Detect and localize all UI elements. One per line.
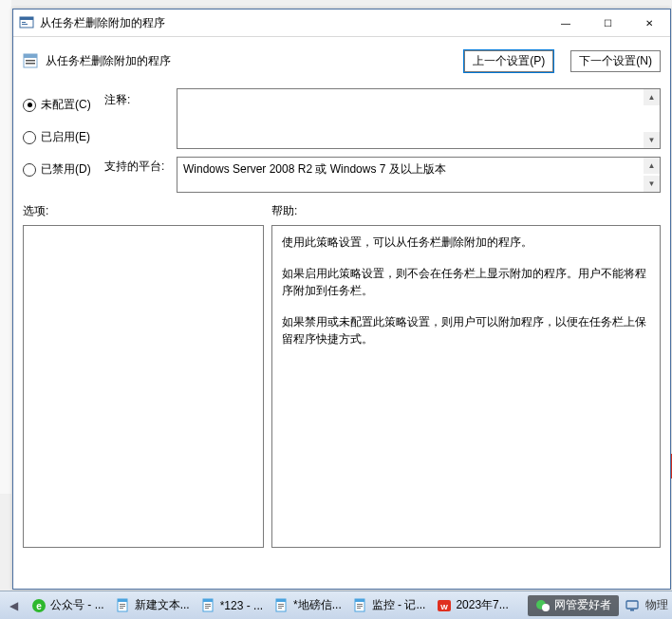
wechat-icon [535,598,551,613]
next-setting-button[interactable]: 下一个设置(N) [570,50,661,72]
taskbar-item-label: 监控 - 记... [372,597,426,613]
next-setting-label: 下一个设置(N) [579,53,652,69]
radio-icon [23,163,36,177]
svg-rect-34 [626,601,638,609]
policy-editor-window: 从任务栏删除附加的程序 — ☐ ✕ 从任务栏删除附加的程序 上一个设置(P) 下… [12,9,671,590]
notepad-icon [201,598,216,613]
radio-label: 已启用(E) [41,129,90,145]
svg-rect-23 [278,606,284,607]
svg-text:e: e [36,601,42,611]
radio-label: 已禁用(D) [41,161,91,178]
window-title: 从任务栏删除附加的程序 [40,15,545,31]
policy-icon [23,53,38,68]
taskbar-item-label: 新建文本... [135,597,190,613]
notepad-icon [353,598,368,613]
policy-title: 从任务栏删除附加的程序 [44,53,458,69]
wechat-overlay-label: 网管爱好者 [554,597,611,613]
svg-rect-28 [357,606,363,607]
platform-value: Windows Server 2008 R2 或 Windows 7 及以上版本 [183,162,446,176]
svg-text:W: W [441,603,449,611]
radio-icon [23,99,36,112]
previous-setting-label: 上一个设置(P) [473,53,545,69]
wps-icon: W [437,598,452,613]
svg-rect-11 [118,599,127,602]
help-label: 帮助: [271,203,297,219]
taskbar-item-label: 2023年7... [456,597,508,613]
svg-rect-14 [120,608,123,609]
options-panel [23,225,264,548]
svg-rect-12 [120,604,125,605]
radio-disabled[interactable]: 已禁用(D) [23,161,104,178]
platform-label: 支持的平台: [104,159,164,173]
state-radio-group: 未配置(C) 已启用(E) 已禁用(D) [23,84,104,194]
svg-rect-5 [24,54,37,58]
help-panel: 使用此策略设置，可以从任务栏删除附加的程序。 如果启用此策略设置，则不会在任务栏… [271,225,661,548]
titlebar[interactable]: 从任务栏删除附加的程序 — ☐ ✕ [13,9,670,37]
scroll-up-icon[interactable]: ▲ [644,158,660,174]
scroll-down-icon[interactable]: ▼ [644,176,660,192]
svg-rect-24 [278,608,282,609]
svg-rect-6 [26,60,35,62]
svg-rect-35 [630,610,634,611]
radio-icon [23,131,36,144]
svg-rect-19 [205,608,209,609]
taskbar-item-label: 公众号 - ... [50,597,104,613]
svg-rect-21 [276,599,286,602]
svg-rect-16 [203,599,213,602]
taskbar-item-label: *地磅信... [293,597,342,613]
taskbar-item[interactable]: *地磅信... [269,594,347,617]
help-paragraph: 如果禁用或未配置此策略设置，则用户可以附加程序，以便在任务栏上保留程序快捷方式。 [282,313,650,348]
app-icon [19,15,34,30]
previous-setting-button[interactable]: 上一个设置(P) [464,50,553,72]
svg-rect-17 [205,604,211,605]
taskbar: ◀ e公众号 - ...新建文本...*123 - ...*地磅信...监控 -… [0,591,672,619]
taskbar-item[interactable]: W2023年7... [431,594,513,617]
scroll-down-icon[interactable]: ▼ [644,132,660,148]
radio-not-configured[interactable]: 未配置(C) [23,97,104,113]
taskbar-item[interactable]: e公众号 - ... [26,594,110,617]
radio-label: 未配置(C) [41,97,91,113]
svg-rect-13 [120,606,125,607]
supported-platform-field: Windows Server 2008 R2 或 Windows 7 及以上版本… [177,157,661,193]
scroll-up-icon[interactable]: ▲ [644,89,660,105]
taskbar-item[interactable]: 新建文本... [110,594,196,617]
svg-rect-1 [20,17,33,20]
360-icon: e [31,598,47,613]
taskbar-item[interactable]: 监控 - 记... [347,594,432,617]
wechat-overlay[interactable]: 网管爱好者 [528,595,619,616]
notepad-icon [116,598,131,613]
svg-rect-2 [22,22,26,23]
minimize-button[interactable]: — [545,9,587,36]
svg-rect-7 [26,63,35,65]
comment-textarea[interactable]: ▲ ▼ [177,88,661,149]
maximize-button[interactable]: ☐ [587,9,628,36]
help-paragraph: 使用此策略设置，可以从任务栏删除附加的程序。 [282,234,650,252]
close-button[interactable]: ✕ [628,9,670,36]
help-paragraph: 如果启用此策略设置，则不会在任务栏上显示附加的程序。用户不能将程序附加到任务栏。 [282,265,650,300]
svg-point-33 [542,604,550,611]
svg-rect-27 [357,604,363,605]
svg-rect-3 [22,24,28,25]
taskbar-item-label: *123 - ... [220,599,263,612]
taskbar-item[interactable]: *123 - ... [196,594,269,617]
chevron-left-icon: ◀ [9,599,18,612]
taskbar-chevron[interactable]: ◀ [4,594,24,617]
monitor-icon[interactable] [625,598,640,613]
radio-enabled[interactable]: 已启用(E) [23,129,104,145]
svg-rect-26 [355,599,364,602]
pane-header: 从任务栏删除附加的程序 上一个设置(P) 下一个设置(N) [13,37,670,84]
tray-label: 物理 [645,597,668,613]
comment-label: 注释: [104,92,177,159]
notepad-icon [274,598,289,613]
svg-rect-18 [205,606,211,607]
svg-rect-29 [357,608,361,609]
svg-rect-22 [278,604,284,605]
options-label: 选项: [23,203,271,219]
